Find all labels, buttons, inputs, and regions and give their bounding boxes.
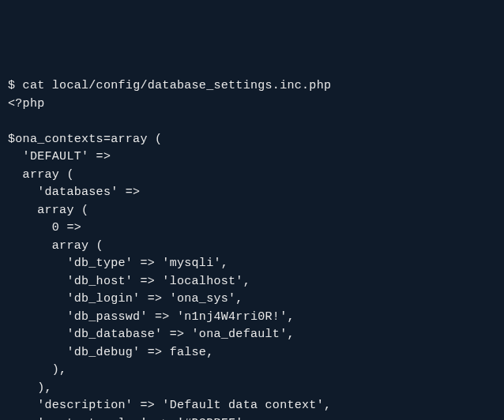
output-line: array ( <box>8 204 88 217</box>
output-line: 'databases' => <box>8 186 140 199</box>
output-line: array ( <box>8 239 103 253</box>
output-line: ), <box>8 381 52 395</box>
output-line: 'db_host' => 'localhost', <box>8 275 250 288</box>
output-line: 'description' => 'Default data context', <box>8 399 331 412</box>
output-line: 0 => <box>8 221 81 234</box>
output-line: $ona_contexts=array ( <box>8 133 162 146</box>
output-line: array ( <box>8 168 74 182</box>
output-line: 'db_login' => 'ona_sys', <box>8 292 243 306</box>
terminal-window: $ cat local/config/database_settings.inc… <box>8 77 496 420</box>
output-line: 'db_type' => 'mysqli', <box>8 257 228 270</box>
output-line: 'db_passwd' => 'n1nj4W4rri0R!', <box>8 310 295 324</box>
output-line: ), <box>8 363 66 377</box>
command-text: cat local/config/database_settings.inc.p… <box>23 79 332 92</box>
prompt: $ <box>8 79 23 92</box>
output-line: 'db_database' => 'ona_default', <box>8 328 295 341</box>
output-line: 'DEFAULT' => <box>8 150 111 163</box>
output-line: 'context_color' => '#D3DBFF', <box>8 417 250 421</box>
output-line: <?php <box>8 97 45 111</box>
output-line: 'db_debug' => false, <box>8 346 213 359</box>
